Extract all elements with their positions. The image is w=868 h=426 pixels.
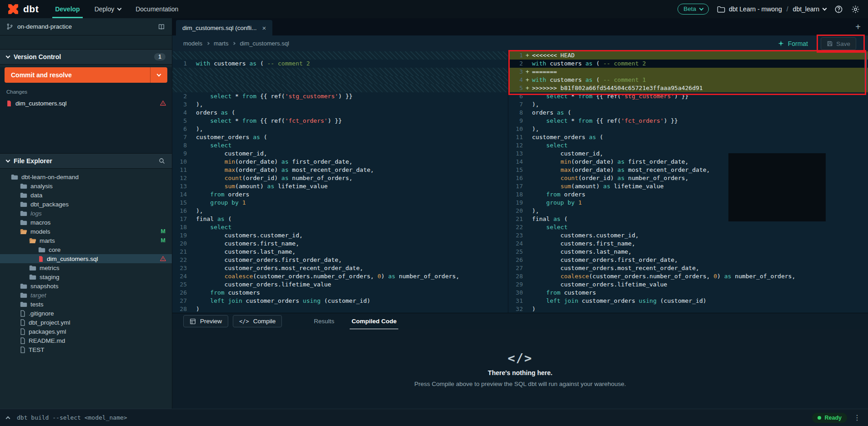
diff-marker (526, 223, 532, 231)
help-button[interactable] (834, 5, 843, 14)
git-branch-selector[interactable]: on-demand-practice (0, 18, 172, 35)
settings-button[interactable] (851, 5, 860, 14)
code-text: orders as ( (532, 109, 868, 117)
tree-item-label: metrics (40, 265, 60, 271)
tree-item-data[interactable]: data (0, 190, 172, 200)
code-line: 10 min(order_date) as first_order_date, (172, 158, 508, 166)
tree-item-macros[interactable]: macros (0, 218, 172, 227)
file-icon (20, 310, 25, 317)
nav-link-develop[interactable]: Develop (48, 0, 87, 18)
commit-options-dropdown[interactable] (150, 67, 167, 83)
commit-and-resolve-button[interactable]: Commit and resolve (5, 67, 167, 83)
code-text: ), (196, 125, 508, 133)
tree-item-target[interactable]: target (0, 291, 172, 300)
tree-item-core[interactable]: core (0, 245, 172, 254)
nav-link-documentation[interactable]: Documentation (128, 0, 186, 18)
tab-dim-customers[interactable]: dim_customers.sql (confli... × (176, 20, 272, 35)
diff-marker (190, 166, 196, 174)
code-line: 18 select (172, 223, 508, 231)
project-name: dbt_learn (793, 5, 819, 13)
code-editor-left-pane[interactable]: 1with customers as ( -- comment 22 selec… (172, 51, 508, 313)
search-icon[interactable] (158, 157, 166, 165)
tab-results[interactable]: Results (312, 313, 336, 330)
code-text: customers.customer_id, (532, 231, 868, 240)
tree-item-dbt-packages[interactable]: dbt_packages (0, 200, 172, 209)
editor-scrollbar-thumb[interactable] (864, 52, 867, 91)
tree-item-logs[interactable]: logs (0, 209, 172, 218)
nav-link-deploy[interactable]: Deploy (87, 0, 129, 18)
tree-item-dim-customers-sql[interactable]: dim_customers.sql (0, 254, 172, 263)
tree-item--gitignore[interactable]: .gitignore (0, 309, 172, 318)
account-switcher[interactable]: dbt Learn - mwong / dbt_learn (717, 5, 826, 13)
command-input[interactable]: dbt build --select <model_name> (17, 414, 127, 421)
code-line: 11 max(order_date) as most_recent_order_… (172, 166, 508, 174)
compile-button[interactable]: </> Compile (233, 315, 282, 327)
overflow-menu-button[interactable]: ⋮ (853, 413, 861, 422)
tree-item-packages-yml[interactable]: packages.yml (0, 327, 172, 336)
tree-item-tests[interactable]: tests (0, 300, 172, 309)
new-tab-button[interactable]: + (855, 22, 861, 32)
tree-item-analysis[interactable]: analysis (0, 181, 172, 190)
diff-marker (190, 133, 196, 141)
chevron-up-icon (6, 416, 10, 421)
save-button[interactable]: Save (821, 37, 856, 50)
folder-icon (11, 174, 18, 180)
tree-item-label: staging (40, 274, 60, 281)
code-line: 4orders as ( (172, 109, 508, 117)
file-explorer-header[interactable]: File Explorer (0, 153, 172, 169)
diff-marker (190, 240, 196, 248)
code-line: 16), (172, 207, 508, 215)
line-number: 3 (508, 68, 526, 76)
dbt-logo[interactable]: dbt (0, 3, 48, 15)
close-icon[interactable]: × (262, 24, 266, 32)
code-line: 14 from orders (172, 190, 508, 199)
folder-open-icon (20, 229, 27, 235)
commit-button-label-area[interactable]: Commit and resolve (5, 67, 150, 83)
top-navbar: dbt DevelopDeployDocumentation Beta dbt … (0, 0, 868, 18)
version-control-header[interactable]: Version Control 1 (0, 49, 172, 65)
line-number: 20 (172, 240, 190, 248)
tree-item-test[interactable]: TEST (0, 345, 172, 354)
breadcrumb-item[interactable]: models (183, 40, 202, 47)
folder-icon (717, 6, 725, 13)
code-text: ), (532, 100, 868, 109)
tree-item-marts[interactable]: martsM (0, 236, 172, 245)
nav-link-label: Documentation (135, 5, 178, 13)
code-line: 17final as ( (172, 215, 508, 223)
expand-panel-button[interactable] (6, 416, 10, 420)
code-text: sum(amount) as lifetime_value (196, 182, 508, 190)
format-button[interactable]: Format (778, 35, 808, 51)
tree-item-snapshots[interactable]: snapshots (0, 281, 172, 291)
preview-button[interactable]: Preview (183, 315, 228, 327)
chevron-down-icon (117, 6, 122, 11)
line-number: 12 (172, 174, 190, 182)
changed-file-row[interactable]: dim_customers.sql (0, 97, 172, 109)
beta-dropdown[interactable]: Beta (677, 4, 709, 15)
tree-item-label: tests (30, 301, 44, 308)
code-line: 7), (508, 100, 868, 109)
brand-name: dbt (23, 4, 39, 15)
diff-marker (190, 305, 196, 313)
code-line: 12 count(order_id) as number_of_orders, (172, 174, 508, 182)
code-line: 27 customer_orders.most_recent_order_dat… (508, 264, 868, 272)
tab-compiled-code[interactable]: Compiled Code (350, 313, 398, 330)
code-line: 20 customers.first_name, (172, 240, 508, 248)
diff-marker (190, 84, 196, 92)
diff-marker (526, 125, 532, 133)
tree-item-dbt-learn-on-demand[interactable]: dbt-learn-on-demand (0, 172, 172, 181)
line-number: 29 (508, 281, 526, 289)
line-number: 15 (172, 199, 190, 207)
tree-item-label: logs (30, 210, 42, 217)
breadcrumb-item[interactable]: marts (214, 40, 229, 47)
code-line: 27 left join customer_orders using (cust… (172, 297, 508, 305)
line-number: 1 (508, 51, 526, 60)
tree-item-metrics[interactable]: metrics (0, 263, 172, 272)
tree-item-models[interactable]: modelsM (0, 227, 172, 236)
tree-item-dbt-project-yml[interactable]: dbt_project.yml (0, 318, 172, 327)
tree-item-readme-md[interactable]: README.md (0, 336, 172, 345)
docs-book-icon[interactable] (157, 23, 166, 30)
empty-state-subtitle: Press Compile above to preview the SQL d… (414, 381, 626, 387)
code-line: 23 customer_orders.most_recent_order_dat… (172, 264, 508, 272)
breadcrumb-item[interactable]: dim_customers.sql (240, 40, 289, 47)
tree-item-staging[interactable]: staging (0, 272, 172, 281)
